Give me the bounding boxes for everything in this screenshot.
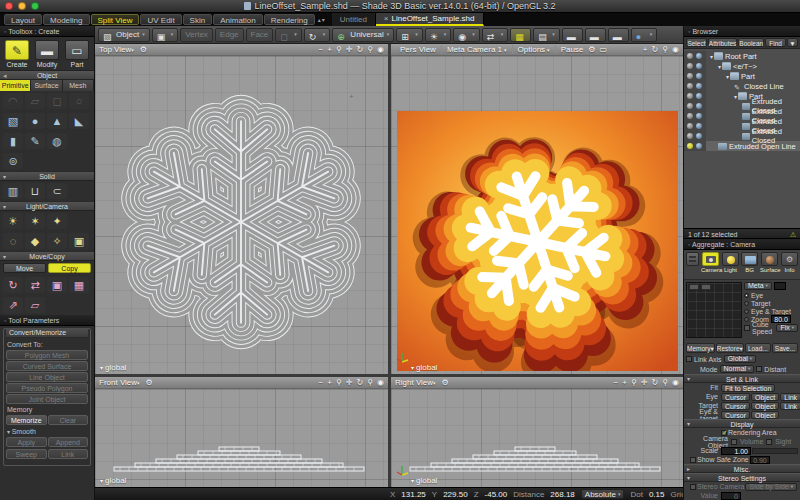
menu-tab-uv-edit[interactable]: UV Edit	[140, 14, 181, 25]
point-light-icon[interactable]: ☀	[3, 213, 23, 229]
stereo-camera-checkbox[interactable]	[690, 484, 696, 490]
zoom-radio[interactable]	[744, 317, 749, 322]
torus-primitive-icon[interactable]: ⊚	[3, 153, 23, 169]
target-object-button[interactable]: Object	[751, 402, 779, 410]
safe-zone-checkbox[interactable]	[690, 457, 696, 463]
visibility-toggle[interactable]	[687, 53, 693, 59]
create-mode-button[interactable]: ✎Create	[3, 40, 31, 68]
expander-icon[interactable]: ▾	[726, 73, 729, 80]
zoom-out-icon[interactable]: −	[614, 378, 619, 387]
thumb-button-2[interactable]	[701, 284, 711, 290]
minimize-window-button[interactable]	[18, 2, 26, 10]
target-radio[interactable]	[744, 301, 749, 306]
memory-button[interactable]: Memory▾	[686, 343, 715, 353]
scale-field[interactable]: 1.00	[721, 447, 751, 455]
zoom-window-button[interactable]	[31, 2, 39, 10]
copy-button[interactable]: Copy	[48, 263, 91, 273]
wedge-primitive-icon[interactable]: ◣	[69, 113, 89, 129]
viewport-top[interactable]: Top View▾ ⚙ −+⚲✛↻⚲◉ + ▾global	[95, 44, 388, 374]
browser-boolean-button[interactable]: Boolean	[738, 38, 764, 47]
menu-tab-rendering[interactable]: Rendering	[264, 14, 315, 25]
top-view-header[interactable]: Top View▾ ⚙ −+⚲✛↻⚲◉	[95, 44, 388, 56]
browser-header[interactable]: Browser	[684, 26, 800, 37]
menu-overflow-arrows[interactable]: ▴▾	[318, 16, 326, 23]
four-view-layout-button[interactable]: ▦	[510, 28, 531, 42]
tree-item-part[interactable]: ▾Part	[684, 71, 800, 81]
visibility-toggle[interactable]	[687, 103, 693, 109]
section-movecopy[interactable]: ▾Move/Copy	[0, 251, 94, 261]
render-toggle[interactable]	[696, 93, 702, 99]
render-toggle[interactable]	[696, 113, 702, 119]
toolbox-header[interactable]: Toolbox : Create	[0, 26, 94, 37]
status-x-value[interactable]: 131.25	[401, 490, 425, 499]
eye-radio[interactable]	[744, 293, 749, 298]
close-tab-icon[interactable]: ×	[384, 14, 389, 23]
pan-icon[interactable]: ✛	[641, 378, 648, 387]
visibility-toggle[interactable]	[687, 143, 693, 149]
visibility-toggle[interactable]	[687, 63, 693, 69]
stereo-settings-header[interactable]: ▾Stereo Settings	[684, 473, 800, 482]
camera-dot-icon[interactable]: ◉	[672, 378, 679, 387]
orbit-icon[interactable]: ↻	[651, 45, 658, 54]
pers-pause-button[interactable]: Pause	[556, 45, 589, 54]
zoom-in-icon[interactable]: +	[327, 45, 332, 54]
set-link-header[interactable]: ▾Set & Link	[684, 374, 800, 383]
visibility-toggle[interactable]	[687, 133, 693, 139]
target-link-button[interactable]: Link	[780, 402, 800, 410]
display-hiddenline-button[interactable]: ▬	[585, 28, 606, 42]
render-toggle[interactable]	[696, 143, 702, 149]
shear-copy-icon[interactable]: ⇗	[3, 297, 23, 313]
back-arrow-icon[interactable]: ◂	[3, 71, 7, 81]
gear-icon[interactable]: ⚙	[442, 378, 449, 387]
status-distance-value[interactable]: 268.18	[550, 490, 574, 499]
front-view-header[interactable]: Front View▾ ⚙ −+⚲✛↻⚲◉	[95, 377, 388, 389]
display-shaded-button[interactable]: ▬	[608, 28, 629, 42]
path-light-icon[interactable]: ◆	[25, 233, 45, 249]
visibility-toggle[interactable]	[687, 93, 693, 99]
tool-parameters-header[interactable]: Tool Parameters	[0, 315, 94, 326]
filter-icon[interactable]: ▼	[787, 38, 798, 47]
pers-view-canvas[interactable]: ▾global	[391, 56, 683, 374]
front-global-label[interactable]: ▾global	[100, 476, 126, 485]
display-header[interactable]: ▾Display	[684, 419, 800, 428]
cube-speed-select[interactable]: Fix▾	[776, 324, 798, 332]
aggregate-header[interactable]: Aggregate : Camera	[684, 239, 800, 250]
aggregate-tab-light[interactable]: Light	[722, 252, 739, 273]
universal-manipulator-button[interactable]: ⊕Universal▾	[332, 28, 394, 42]
save-button[interactable]: Save...	[772, 343, 798, 353]
front-view-canvas[interactable]: ▾global	[95, 389, 388, 487]
misc-header[interactable]: ▸Misc.	[684, 464, 800, 473]
ambient-light-icon[interactable]: ◌	[3, 233, 23, 249]
gear-icon[interactable]: ⚙	[140, 45, 147, 54]
duplicate-icon[interactable]: ▣	[47, 277, 67, 293]
toolbox-object-bar[interactable]: ◂Object	[0, 70, 94, 80]
dot-value[interactable]: 0.15	[649, 490, 665, 499]
solid-box-icon[interactable]: ▥	[3, 183, 23, 199]
coordinate-mode-select[interactable]: Absolute▾	[581, 489, 625, 499]
visibility-toggle[interactable]	[687, 73, 693, 79]
camera-dot-icon[interactable]: ◉	[672, 45, 679, 54]
camera-dot-icon[interactable]: ◉	[377, 45, 384, 54]
right-global-label[interactable]: ▾global	[411, 476, 437, 485]
pan-icon[interactable]: ✛	[346, 378, 353, 387]
collapse-icon[interactable]: ▾	[3, 172, 6, 182]
status-y-value[interactable]: 229.50	[443, 490, 467, 499]
menu-tab-animation[interactable]: Animation	[213, 14, 263, 25]
browser-find-button[interactable]: Find	[765, 38, 786, 47]
pers-view-header[interactable]: Pers View Meta Camera 1▾ Options▾ Pause …	[391, 44, 683, 56]
load-button[interactable]: Load...	[745, 343, 771, 353]
zoom-in-icon[interactable]: +	[327, 378, 332, 387]
stamp-copy-icon[interactable]: ▱	[25, 297, 45, 313]
scale-slider[interactable]	[752, 448, 798, 454]
thumb-button-1[interactable]	[689, 284, 699, 290]
pan-icon[interactable]: ✛	[346, 45, 353, 54]
directional-light-icon[interactable]: ✦	[47, 213, 67, 229]
toolbox-tab-primitive[interactable]: Primitive	[0, 80, 31, 91]
sphere-primitive-icon[interactable]: ●	[25, 113, 45, 129]
distant-checkbox[interactable]	[756, 366, 762, 372]
render-toggle[interactable]	[696, 73, 702, 79]
disc-primitive-icon[interactable]: ◍	[47, 133, 67, 149]
aggregate-tab-surface[interactable]: Surface	[760, 252, 779, 273]
move-button[interactable]: Move	[3, 263, 46, 273]
part-mode-button[interactable]: ▭Part	[63, 40, 91, 68]
